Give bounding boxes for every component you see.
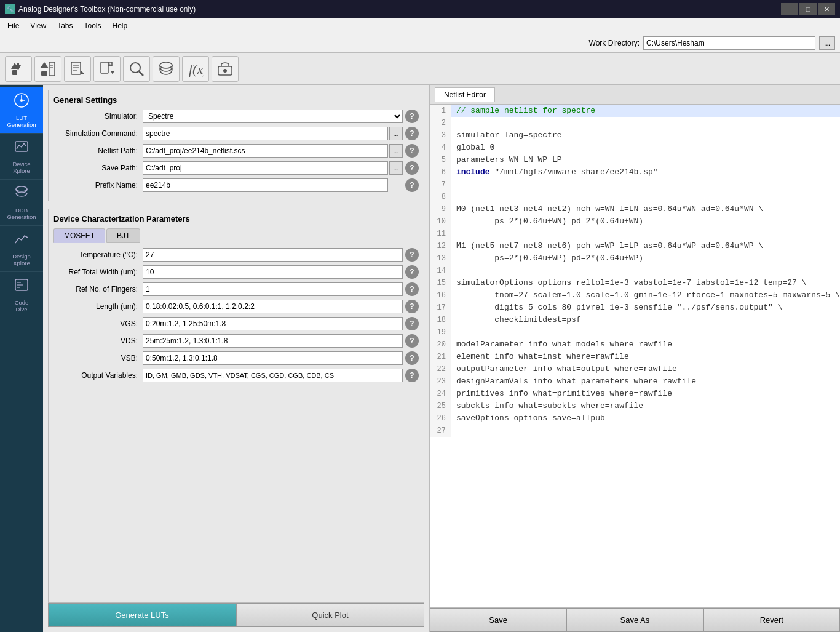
revert-button[interactable]: Revert: [703, 608, 840, 632]
line-number: 5: [430, 154, 451, 166]
toolbar-btn-7[interactable]: [212, 56, 239, 82]
netlist-path-browse-button[interactable]: ...: [389, 144, 403, 158]
svg-marker-5: [40, 62, 49, 68]
ref-fingers-input[interactable]: [143, 282, 403, 296]
sidebar-item-ddb-generation[interactable]: DDBGeneration: [0, 180, 43, 226]
sidebar: LUTGeneration DeviceXplore DDBGeneration…: [0, 85, 43, 632]
sim-command-browse-button[interactable]: ...: [389, 127, 403, 140]
save-path-browse-button[interactable]: ...: [389, 161, 403, 175]
line-content: tnom=27 scalem=1.0 scale=1.0 gmin=1e-12 …: [451, 289, 840, 302]
toolbar-btn-6[interactable]: f(x): [182, 56, 209, 82]
vds-input[interactable]: [143, 334, 403, 348]
line-content: saveOptions options save=allpub: [451, 412, 605, 425]
editor-content[interactable]: 1// sample netlist for spectre23simulato…: [430, 105, 840, 607]
toolbar-btn-3[interactable]: [93, 56, 121, 82]
line-content: ps=2*(0.64u+WN) pd=2*(0.64u+WN): [451, 215, 643, 228]
workdir-label: Work Directory:: [589, 39, 640, 47]
bottom-buttons: Generate LUTs Quick Plot: [48, 602, 424, 627]
vgs-help-button[interactable]: ?: [405, 317, 419, 330]
workdir-input[interactable]: [643, 36, 815, 50]
netlist-path-input[interactable]: [143, 144, 388, 158]
sidebar-item-design-xplore[interactable]: DesignXplore: [0, 226, 43, 272]
sidebar-item-lut-generation[interactable]: LUTGeneration: [0, 87, 43, 134]
toolbar-btn-0[interactable]: [5, 56, 32, 82]
svg-text:f(x): f(x): [189, 62, 204, 77]
line-number: 17: [430, 302, 451, 314]
svg-marker-15: [108, 62, 112, 66]
tab-bjt[interactable]: BJT: [106, 228, 140, 243]
length-help-button[interactable]: ?: [405, 300, 419, 313]
temperature-help-button[interactable]: ?: [405, 248, 419, 262]
toolbar-btn-2[interactable]: [64, 56, 91, 82]
length-label: Length (um):: [53, 302, 143, 311]
maximize-button[interactable]: □: [799, 3, 817, 15]
prefix-name-input[interactable]: [143, 178, 388, 192]
prefix-name-help-button[interactable]: ?: [405, 178, 419, 192]
menu-file[interactable]: File: [2, 20, 24, 31]
toolbar-btn-5[interactable]: [153, 56, 180, 82]
line-content: [451, 191, 456, 203]
ref-width-row: Ref Total Width (um): ?: [53, 265, 419, 279]
save-button[interactable]: Save: [430, 608, 566, 632]
line-content: parameters WN LN WP LP: [451, 154, 562, 166]
lut-generation-icon: [14, 92, 30, 112]
menu-tools[interactable]: Tools: [79, 20, 106, 31]
toolbar-btn-1[interactable]: [34, 56, 61, 82]
vds-help-button[interactable]: ?: [405, 334, 419, 348]
close-button[interactable]: ✕: [818, 3, 835, 15]
titlebar-left: 🔧 Analog Designer's Toolbox (Non-commerc…: [5, 4, 196, 14]
sidebar-item-lut-label: LUTGeneration: [7, 114, 36, 128]
ref-fingers-help-button[interactable]: ?: [405, 282, 419, 296]
netlist-path-help-button[interactable]: ?: [405, 144, 419, 158]
code-line: 24primitives info what=primitives where=…: [430, 388, 840, 400]
length-input[interactable]: [143, 300, 403, 313]
code-line: 19: [430, 326, 840, 338]
svg-marker-17: [111, 71, 114, 74]
temperature-input[interactable]: [143, 248, 403, 262]
menu-tabs[interactable]: Tabs: [52, 20, 77, 31]
code-line: 6include "/mnt/hgfs/vmware_share/ee214b.…: [430, 166, 840, 178]
code-line: 9M0 (net1 net3 net4 net2) nch w=WN l=LN …: [430, 203, 840, 215]
save-path-input[interactable]: [143, 161, 388, 175]
line-number: 12: [430, 240, 451, 252]
code-dive-icon: [14, 277, 30, 297]
code-line: 17 digits=5 cols=80 pivrel=1e-3 sensfile…: [430, 302, 840, 314]
ref-width-input[interactable]: [143, 265, 403, 279]
simulator-help-button[interactable]: ?: [405, 110, 419, 123]
device-char-title: Device Characterization Parameters: [53, 214, 419, 223]
workdir-browse-button[interactable]: ...: [819, 36, 835, 50]
minimize-button[interactable]: —: [781, 3, 798, 15]
sidebar-item-device-xplore[interactable]: DeviceXplore: [0, 134, 43, 180]
menu-view[interactable]: View: [25, 20, 51, 31]
netlist-path-label: Netlist Path:: [53, 146, 143, 155]
code-line: 23designParamVals info what=parameters w…: [430, 375, 840, 388]
line-number: 16: [430, 289, 451, 302]
ref-width-help-button[interactable]: ?: [405, 265, 419, 279]
vgs-input[interactable]: [143, 317, 403, 330]
vsb-input[interactable]: [143, 351, 403, 365]
toolbar-btn-4[interactable]: [123, 56, 150, 82]
netlist-editor-tab[interactable]: Netlist Editor: [435, 87, 495, 102]
vds-label: VDS:: [53, 337, 143, 345]
output-vars-input[interactable]: [143, 369, 403, 382]
vsb-help-button[interactable]: ?: [405, 351, 419, 365]
main-layout: LUTGeneration DeviceXplore DDBGeneration…: [0, 85, 840, 632]
sim-command-input[interactable]: [143, 127, 388, 140]
device-xplore-icon: [14, 138, 30, 158]
code-line: 22outputParameter info what=output where…: [430, 363, 840, 375]
tab-mosfet[interactable]: MOSFET: [53, 228, 105, 243]
generate-luts-button[interactable]: Generate LUTs: [48, 603, 236, 627]
save-as-button[interactable]: Save As: [566, 608, 703, 632]
output-vars-help-button[interactable]: ?: [405, 369, 419, 382]
sim-command-help-button[interactable]: ?: [405, 127, 419, 140]
line-content: ps=2*(0.64u+WP) pd=2*(0.64u+WP): [451, 252, 643, 265]
vgs-row: VGS: ?: [53, 317, 419, 330]
line-content: [451, 228, 456, 240]
sidebar-item-code-dive[interactable]: CodeDive: [0, 272, 43, 318]
line-number: 1: [430, 105, 451, 117]
quick-plot-button[interactable]: Quick Plot: [236, 603, 424, 627]
line-number: 10: [430, 215, 451, 228]
menu-help[interactable]: Help: [108, 20, 133, 31]
save-path-help-button[interactable]: ?: [405, 161, 419, 175]
simulator-select[interactable]: Spectre HSPICE ngspice: [143, 110, 403, 123]
